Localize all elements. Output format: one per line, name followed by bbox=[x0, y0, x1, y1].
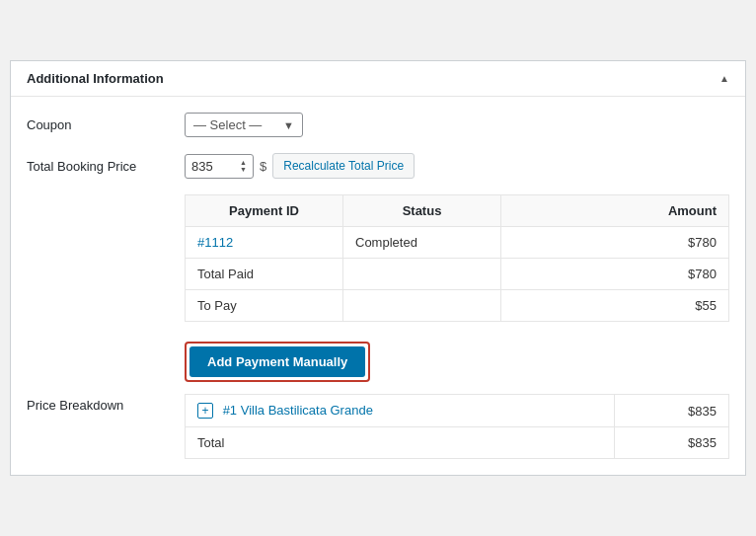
payment-status-cell: Completed bbox=[343, 227, 501, 259]
price-breakdown-total-row: Total $835 bbox=[186, 427, 729, 459]
price-breakdown-item-row: + #1 Villa Bastilicata Grande $835 bbox=[186, 395, 729, 427]
payment-table-header-row: Payment ID Status Amount bbox=[186, 195, 729, 227]
coupon-select[interactable]: — Select — ▼ bbox=[185, 113, 303, 137]
price-breakdown-total-amount: $835 bbox=[615, 427, 729, 459]
expand-icon[interactable]: + bbox=[197, 403, 213, 419]
to-pay-row: To Pay $55 bbox=[186, 290, 729, 322]
spinner-up[interactable]: ▲ bbox=[240, 159, 247, 166]
col-status: Status bbox=[343, 195, 501, 227]
payment-table-section: Payment ID Status Amount #1112 Completed… bbox=[185, 194, 729, 386]
total-booking-price-label: Total Booking Price bbox=[27, 159, 185, 174]
add-payment-wrapper: Add Payment Manually bbox=[185, 334, 729, 386]
coupon-label: Coupon bbox=[27, 117, 185, 132]
price-input-value[interactable]: 835 bbox=[191, 159, 236, 174]
price-input-wrapper: 835 ▲ ▼ bbox=[185, 154, 254, 179]
price-spinner[interactable]: ▲ ▼ bbox=[240, 159, 247, 173]
table-row: #1112 Completed $780 bbox=[186, 227, 729, 259]
coupon-control: — Select — ▼ bbox=[185, 113, 729, 137]
spinner-down[interactable]: ▼ bbox=[240, 166, 247, 173]
price-breakdown-item-amount: $835 bbox=[615, 395, 729, 427]
currency-symbol: $ bbox=[260, 159, 266, 174]
price-breakdown-total-label: Total bbox=[186, 427, 615, 459]
to-pay-amount: $55 bbox=[501, 290, 729, 322]
total-paid-label: Total Paid bbox=[186, 259, 343, 290]
chevron-down-icon: ▼ bbox=[283, 119, 294, 131]
recalculate-button[interactable]: Recalculate Total Price bbox=[272, 153, 415, 179]
total-paid-amount: $780 bbox=[501, 259, 729, 290]
additional-information-panel: Additional Information ▲ Coupon — Select… bbox=[10, 60, 746, 476]
col-payment-id: Payment ID bbox=[186, 195, 343, 227]
add-payment-button[interactable]: Add Payment Manually bbox=[189, 346, 365, 377]
price-input-row: 835 ▲ ▼ $ Recalculate Total Price bbox=[185, 153, 729, 179]
total-booking-price-row: Total Booking Price 835 ▲ ▼ $ Recalculat… bbox=[27, 153, 729, 179]
add-payment-btn-container: Add Payment Manually bbox=[185, 342, 370, 382]
price-breakdown-item-link[interactable]: #1 Villa Bastilicata Grande bbox=[223, 403, 373, 418]
payment-table: Payment ID Status Amount #1112 Completed… bbox=[185, 194, 729, 322]
total-paid-row: Total Paid $780 bbox=[186, 259, 729, 290]
total-booking-price-control: 835 ▲ ▼ $ Recalculate Total Price bbox=[185, 153, 729, 179]
payment-id-cell: #1112 bbox=[186, 227, 343, 259]
coupon-select-text: — Select — bbox=[193, 117, 277, 132]
panel-body: Coupon — Select — ▼ Total Booking Price … bbox=[11, 97, 745, 475]
col-amount: Amount bbox=[501, 195, 729, 227]
payment-id-link[interactable]: #1112 bbox=[197, 235, 233, 250]
coupon-row: Coupon — Select — ▼ bbox=[27, 113, 729, 137]
panel-header: Additional Information ▲ bbox=[11, 61, 745, 97]
panel-toggle-icon[interactable]: ▲ bbox=[719, 73, 729, 84]
price-breakdown-item-name: + #1 Villa Bastilicata Grande bbox=[186, 395, 615, 427]
payment-amount-cell: $780 bbox=[501, 227, 729, 259]
total-paid-status bbox=[343, 259, 501, 290]
to-pay-status bbox=[343, 290, 501, 322]
price-breakdown-row: Price Breakdown + #1 Villa Bastilicata G… bbox=[27, 394, 729, 459]
to-pay-label: To Pay bbox=[186, 290, 343, 322]
price-breakdown-label: Price Breakdown bbox=[27, 394, 185, 413]
panel-title: Additional Information bbox=[27, 71, 164, 86]
price-breakdown-table: + #1 Villa Bastilicata Grande $835 Total… bbox=[185, 394, 729, 459]
